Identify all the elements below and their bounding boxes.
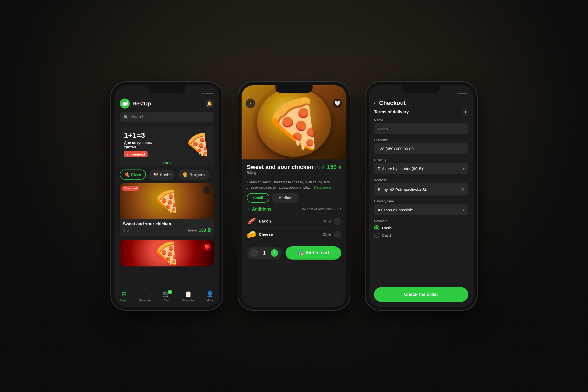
food-item-1-weight: 540 г (123, 228, 131, 232)
carousel-dots (162, 162, 171, 164)
product-new-price: 159 ₴ (327, 164, 341, 171)
more-icon: 👤 (206, 291, 213, 298)
product-name: Sweet and sour chicken (247, 164, 313, 171)
phone-product: 🍕 ‹ 🤍 Sweet and sour chicken 540 g 172 ₴… (238, 82, 350, 310)
addition-cheese-name: Cheese (259, 232, 273, 237)
address-input[interactable]: Sumy, 42 Petropavlivska St. ✕ (374, 183, 468, 195)
nav-cart[interactable]: 🛒 2 Cart (163, 291, 170, 302)
food-item-2[interactable]: 🍕 ❤️ (120, 240, 214, 266)
nav-more-label: More (207, 299, 213, 302)
additions-title-wrap: + Additions (247, 206, 271, 212)
orders-icon: 📋 (185, 291, 192, 298)
quantity-decrease[interactable]: − (251, 249, 258, 257)
payment-cash-radio-selected (375, 226, 378, 229)
addition-cheese-remove[interactable]: − (334, 231, 341, 238)
payment-cash-option[interactable]: Cash (374, 225, 468, 230)
pizza-image-2: 🍕 (120, 240, 214, 266)
surname-input[interactable]: +38 (050) 000 00 00 (374, 143, 468, 154)
checkout-button[interactable]: Check the order (374, 287, 468, 302)
search-icon: 🔍 (123, 115, 128, 119)
checkout-header: ‹ Checkout (369, 96, 474, 109)
addition-bacon-remove[interactable]: − (334, 217, 341, 225)
nav-favorites[interactable]: ♡ Favorites (139, 291, 151, 302)
addition-bacon-name: Bacon (259, 219, 271, 223)
address-clear-button[interactable]: ✕ (461, 186, 465, 192)
product-old-price: 172 ₴ (314, 165, 324, 169)
search-placeholder: Search (131, 115, 145, 119)
addition-bacon-left: 🥓 Bacon (247, 217, 271, 225)
delivery-time-select[interactable]: As soon as possible ▾ (374, 204, 468, 215)
surname-label: Surname (374, 138, 468, 142)
search-bar[interactable]: 🔍 Search (120, 112, 214, 122)
addition-cheese-price: 25 ₴ (323, 232, 331, 237)
quantity-value: 1 (262, 250, 267, 256)
payment-label: Payment (374, 219, 468, 223)
notification-icon[interactable]: 🔔 (205, 99, 214, 108)
delivery-dropdown-arrow: ▾ (463, 167, 465, 171)
bacon-icon: 🥓 (247, 217, 256, 225)
delivery-time-field: Delivery time As soon as possible ▾ (374, 199, 468, 215)
size-small[interactable]: Small (247, 193, 269, 203)
name-label: Name (374, 118, 468, 122)
payment-card-radio[interactable] (374, 233, 379, 238)
favorites-icon: ♡ (142, 291, 148, 298)
category-burgers[interactable]: 🍔 Burgers (178, 170, 210, 180)
show-more-button[interactable]: Show more (313, 185, 331, 189)
terms-title-row: Terms of delivery i (374, 109, 468, 115)
add-to-cart-button[interactable]: 🛍️ Add to cart (286, 246, 341, 260)
add-to-cart-row: − 1 + 🛍️ Add to cart (247, 244, 341, 260)
product-description: Ukrainian salami, mozzarella cheese, pil… (247, 180, 341, 190)
size-medium[interactable]: Medium (272, 193, 299, 203)
additions-section: + Additions The cost of additions: 70 ₴ … (247, 206, 341, 241)
back-button[interactable]: ‹ (246, 99, 255, 108)
delivery-time-value: As soon as possible (378, 208, 413, 212)
category-pizza-label: Pizza (131, 172, 141, 177)
food-item-1-price: 172 ₴ 159 ₴ (188, 228, 211, 233)
category-pizza[interactable]: 🍕 Pizza (120, 170, 146, 180)
category-sushi[interactable]: 🍱 Sushi (149, 170, 176, 180)
addition-bacon-right: 45 ₴ − (323, 217, 341, 225)
category-burgers-label: Burgers (189, 172, 205, 177)
payment-cash-radio[interactable] (374, 225, 379, 230)
checkout-content: Terms of delivery i Name Pavlo Surname +… (369, 109, 474, 284)
nav-favorites-label: Favorites (139, 299, 151, 302)
promo-banner[interactable]: 1+1=3 Две покупаешь- третья в подарок! 🍕 (120, 126, 214, 166)
add-to-cart-label: Add to cart (305, 250, 329, 256)
additions-header: + Additions The cost of additions: 70 ₴ (247, 206, 341, 212)
addition-cheese[interactable]: 🧀 Cheese 25 ₴ − (247, 228, 341, 241)
name-input[interactable]: Pavlo (374, 123, 468, 134)
dot-1 (162, 162, 164, 164)
food-item-1-image: 🍕 Discount ♡ (120, 183, 214, 219)
favorite-button-1[interactable]: ♡ (203, 186, 211, 194)
food-item-1-name: Sweet and sour chicken (123, 222, 211, 226)
checkout-back-button[interactable]: ‹ (374, 100, 376, 106)
quantity-increase[interactable]: + (271, 249, 278, 257)
nav-more[interactable]: 👤 More (206, 291, 213, 302)
addition-bacon[interactable]: 🥓 Bacon 45 ₴ − (247, 215, 341, 228)
payment-card-option[interactable]: Card (374, 233, 468, 238)
product-hero: 🍕 ‹ 🤍 (242, 85, 346, 159)
phone-menu: 🍽️ RestUp 🔔 🔍 Search 1+1=3 Две покупаешь… (111, 82, 222, 310)
additions-title: Additions (252, 207, 271, 211)
nav-menu[interactable]: ⊞ Menu (120, 291, 128, 302)
product-favorite-button[interactable]: 🤍 (333, 99, 342, 108)
terms-title: Terms of delivery (374, 110, 409, 114)
food-item-1[interactable]: 🍕 Discount ♡ Sweet and sour chicken 540 … (120, 183, 214, 236)
address-value: Sumy, 42 Petropavlivska St. (378, 187, 427, 192)
delivery-field: Delivery Delivery by courier (90 ₴) ▾ (374, 158, 468, 174)
food-item-1-old-price: 172 ₴ (188, 229, 197, 232)
discount-badge: Discount (122, 186, 139, 191)
delivery-select[interactable]: Delivery by courier (90 ₴) ▾ (374, 163, 468, 174)
food-item-2-image: 🍕 ❤️ (120, 240, 214, 266)
info-icon[interactable]: i (462, 109, 468, 115)
nav-orders[interactable]: 📋 My orders (182, 291, 195, 302)
additions-cost: The cost of additions: 70 ₴ (300, 207, 341, 211)
menu-icon-wrap: ⊞ (122, 291, 126, 298)
category-sushi-label: Sushi (160, 172, 171, 177)
dot-3 (170, 162, 171, 164)
address-label: Address (374, 178, 468, 182)
surname-value: +38 (050) 000 00 00 (378, 146, 414, 151)
phone-checkout: ‹ Checkout Terms of delivery i Name Pavl… (366, 82, 477, 310)
app-header: 🍽️ RestUp 🔔 (114, 96, 219, 112)
favorite-button-2[interactable]: ❤️ (203, 243, 211, 251)
